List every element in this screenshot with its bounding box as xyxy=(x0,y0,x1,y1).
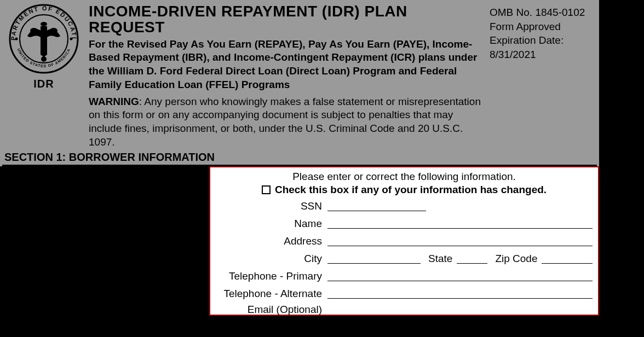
address-label: Address xyxy=(216,236,327,246)
ssn-label: SSN xyxy=(216,201,327,211)
ssn-row: SSN xyxy=(216,199,593,211)
idr-label: IDR xyxy=(33,78,54,90)
form-subtitle: For the Revised Pay As You Earn (REPAYE)… xyxy=(89,38,483,92)
address-field[interactable] xyxy=(327,234,593,246)
svg-point-7 xyxy=(41,56,47,62)
svg-point-9 xyxy=(70,38,73,40)
info-changed-checkbox[interactable] xyxy=(262,185,271,194)
warning-body: : Any person who knowingly makes a false… xyxy=(89,96,481,148)
ssn-field[interactable] xyxy=(327,199,426,211)
svg-point-5 xyxy=(50,28,58,33)
warning-label: WARNING xyxy=(89,96,139,107)
section-1-heading: SECTION 1: BORROWER INFORMATION xyxy=(2,149,597,166)
svg-point-4 xyxy=(30,28,38,33)
title-column: INCOME-DRIVEN REPAYMENT (IDR) PLAN REQUE… xyxy=(89,3,483,149)
tel-primary-field[interactable] xyxy=(327,269,593,281)
tel-primary-row: Telephone - Primary xyxy=(216,269,593,281)
form-instruction: Please enter or correct the following in… xyxy=(216,171,593,183)
state-field[interactable] xyxy=(457,252,487,264)
city-state-zip-row: City State Zip Code xyxy=(216,252,593,264)
tel-alternate-row: Telephone - Alternate xyxy=(216,287,593,299)
warning-text: WARNING: Any person who knowingly makes … xyxy=(89,95,483,149)
zip-field[interactable] xyxy=(542,252,593,264)
header-row: DEPARTMENT OF EDUCATION UNITED STATES OF… xyxy=(2,3,597,149)
info-changed-row: Check this box if any of your informatio… xyxy=(216,184,593,196)
zip-label: Zip Code xyxy=(487,253,542,264)
city-field[interactable] xyxy=(327,252,421,264)
svg-point-6 xyxy=(41,22,47,26)
city-label: City xyxy=(216,253,327,264)
seal-column: DEPARTMENT OF EDUCATION UNITED STATES OF… xyxy=(5,3,82,149)
state-label: State xyxy=(421,253,457,264)
page-root: DEPARTMENT OF EDUCATION UNITED STATES OF… xyxy=(0,0,644,337)
omb-approved: Form Approved xyxy=(490,20,594,34)
doe-seal-icon: DEPARTMENT OF EDUCATION UNITED STATES OF… xyxy=(8,3,79,74)
tel-alternate-label: Telephone - Alternate xyxy=(216,288,327,299)
form-title: INCOME-DRIVEN REPAYMENT (IDR) PLAN REQUE… xyxy=(89,3,483,36)
name-label: Name xyxy=(216,218,327,229)
omb-expiration-date: 8/31/2021 xyxy=(490,48,594,62)
tel-alternate-field[interactable] xyxy=(327,287,593,299)
email-label: Email (Optional) xyxy=(216,304,327,315)
email-row: Email (Optional) xyxy=(216,304,593,311)
address-row: Address xyxy=(216,234,593,246)
svg-point-8 xyxy=(15,38,18,40)
tel-primary-label: Telephone - Primary xyxy=(216,271,327,281)
info-changed-label: Check this box if any of your informatio… xyxy=(275,184,547,196)
name-field[interactable] xyxy=(327,217,593,229)
name-row: Name xyxy=(216,217,593,229)
header-section: DEPARTMENT OF EDUCATION UNITED STATES OF… xyxy=(0,0,599,166)
omb-number: OMB No. 1845-0102 xyxy=(490,5,594,20)
borrower-info-form: Please enter or correct the following in… xyxy=(209,166,599,316)
omb-column: OMB No. 1845-0102 Form Approved Expirati… xyxy=(490,3,594,149)
omb-expiration-label: Expiration Date: xyxy=(490,33,594,48)
